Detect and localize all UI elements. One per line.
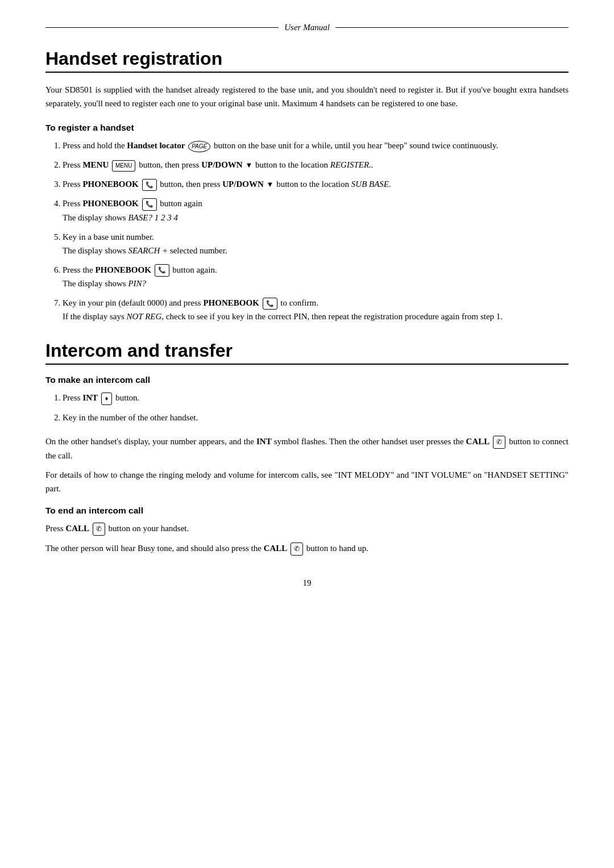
step-4: Press PHONEBOOK 📞 button again The displ… [63,197,569,224]
page: User Manual Handset registration Your SD… [0,0,614,868]
step1-text: Press and hold the Handset locator PAGE … [63,141,498,150]
step1-bold1: Handset locator [127,141,185,150]
step4-line2: The display shows BASE? 1 2 3 4 [63,213,178,222]
step7-line2: If the display says NOT REG, check to se… [63,312,503,321]
step-7: Key in your pin (default 0000) and press… [63,296,569,323]
page-number: 19 [45,578,569,588]
call-icon-1: ✆ [493,436,505,449]
call-icon-2: ✆ [93,523,105,536]
step4-phonebook-label: PHONEBOOK [82,199,138,208]
intercom-step1-text: Press INT ♦︎ button. [63,393,139,402]
step2-menu-label: MENU [82,160,109,169]
step-5: Key in a base unit number. The display s… [63,230,569,257]
updown-arrows-2: ▼ [267,179,274,191]
step3-updown-label: UP/DOWN [222,180,264,189]
step3-text: Press PHONEBOOK 📞 button, then press UP/… [63,180,391,189]
call-bold-3: CALL [264,544,288,553]
header-line-left [45,27,279,28]
intercom-para1: On the other handset's display, your num… [45,435,569,462]
step6-italic: PIN? [128,279,146,288]
step5-text: Key in a base unit number. The display s… [63,232,227,255]
phonebook-icon-1: 📞 [142,179,157,191]
subsection1-title: To register a handset [45,123,569,133]
call-bold-2: CALL [65,524,89,533]
step5-italic: SEARCH + [128,246,168,255]
step2-register: REGISTER.. [330,160,374,169]
subsection2-title: To make an intercom call [45,375,569,385]
step6-line2: The display shows PIN? [63,279,146,288]
step5-line2: The display shows SEARCH + selected numb… [63,246,227,255]
step4-text: Press PHONEBOOK 📞 button again The displ… [63,199,202,222]
int-label: INT [82,393,98,402]
step3-phonebook-label: PHONEBOOK [82,180,138,189]
header: User Manual [45,23,569,32]
call-icon-3: ✆ [291,542,303,556]
intercom-step-1: Press INT ♦︎ button. [63,391,569,404]
section1-underline [45,72,569,73]
intercom-step-2: Key in the number of the other handset. [63,411,569,424]
step6-phonebook-label: PHONEBOOK [96,265,151,274]
step-6: Press the PHONEBOOK 📞 button again. The … [63,263,569,290]
page-button-icon: PAGE [188,141,210,152]
step3-subbase: SUB BASE. [351,180,391,189]
step2-updown-label: UP/DOWN [201,160,243,169]
phonebook-icon-3: 📞 [155,264,169,277]
header-line-right [335,27,569,28]
int-button-icon: ♦︎ [101,393,113,405]
step2-text: Press MENU MENU button, then press UP/DO… [63,160,374,169]
end-intercom-para1: Press CALL ✆ button on your handset. [45,521,569,536]
section2-title: Intercom and transfer [45,340,569,361]
intercom-para2: For details of how to change the ringing… [45,468,569,495]
phonebook-icon-4: 📞 [263,298,277,310]
register-steps-list: Press and hold the Handset locator PAGE … [63,139,569,323]
step7-italic: NOT REG [126,312,161,321]
step6-text: Press the PHONEBOOK 📞 button again. The … [63,265,217,288]
end-intercom-para2: The other person will hear Busy tone, an… [45,541,569,556]
subsection3-title: To end an intercom call [45,506,569,516]
intercom-steps-list: Press INT ♦︎ button. Key in the number o… [63,391,569,424]
section1-title: Handset registration [45,48,569,69]
section1-intro: Your SD8501 is supplied with the handset… [45,83,569,110]
call-bold-1: CALL [466,437,490,446]
menu-button-icon: MENU [112,160,135,172]
step4-italic: BASE? 1 2 3 4 [128,213,178,222]
step7-text: Key in your pin (default 0000) and press… [63,298,503,321]
header-title: User Manual [284,23,330,32]
int-bold: INT [256,437,272,446]
phonebook-icon-2: 📞 [142,198,157,211]
step-2: Press MENU MENU button, then press UP/DO… [63,158,569,172]
section2-underline [45,364,569,365]
step7-phonebook-label: PHONEBOOK [203,298,259,307]
step-1: Press and hold the Handset locator PAGE … [63,139,569,152]
updown-arrows-1: ▼ [245,160,252,172]
intercom-step2-text: Key in the number of the other handset. [63,413,198,422]
step-3: Press PHONEBOOK 📞 button, then press UP/… [63,177,569,191]
